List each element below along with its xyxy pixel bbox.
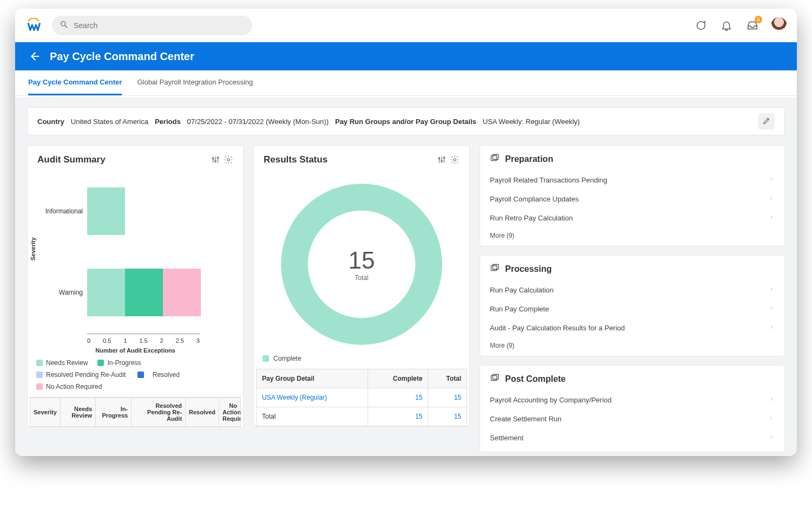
bar-seg-warning-no-action[interactable] <box>163 269 201 316</box>
th-pay-group[interactable]: Pay Group Detail <box>257 369 368 388</box>
bar-cat-informational: Informational <box>40 207 83 215</box>
th-total[interactable]: Total <box>428 369 467 388</box>
bar-seg-informational-needs-review[interactable] <box>87 187 125 235</box>
prep-link-0[interactable]: Payroll Related Transactions Pending <box>490 171 775 190</box>
right-column: Preparation Payroll Related Transactions… <box>480 145 785 456</box>
svg-rect-23 <box>493 374 499 379</box>
svg-rect-21 <box>493 264 499 269</box>
results-donut[interactable]: 15 Total <box>278 180 446 348</box>
tabs: Pay Cycle Command Center Global Payroll … <box>15 70 797 96</box>
bar-seg-warning-needs-review[interactable] <box>87 269 125 316</box>
cell-total-label: Total <box>257 407 368 426</box>
bar-cat-warning: Warning <box>40 289 83 296</box>
table-row-total: Total 15 15 <box>257 407 467 426</box>
cell-group-link[interactable]: USA Weekly (Regular) <box>257 388 368 407</box>
post-link-1[interactable]: Create Settlement Run <box>490 409 775 428</box>
back-arrow-icon[interactable] <box>28 50 40 62</box>
y-axis-label: Severity <box>30 237 36 260</box>
filter-bar: Country United States of America Periods… <box>27 107 785 135</box>
prep-link-2[interactable]: Run Retro Pay Calculation <box>490 209 775 227</box>
legend-complete[interactable]: Complete <box>273 355 301 362</box>
bell-icon[interactable] <box>719 18 734 33</box>
legend-in-progress[interactable]: In-Progress <box>97 359 141 367</box>
post-link-0[interactable]: Payroll Accounting by Company/Period <box>490 390 775 409</box>
inbox-icon[interactable]: 6 <box>745 18 760 33</box>
cell-complete[interactable]: 15 <box>368 388 428 407</box>
cell-total[interactable]: 15 <box>428 388 467 407</box>
svg-point-16 <box>454 159 456 161</box>
th-resolved-pending[interactable]: Resolved Pending Re-Audit <box>132 398 186 427</box>
cell-complete[interactable]: 15 <box>368 407 428 426</box>
legend-needs-review[interactable]: Needs Review <box>36 359 88 367</box>
results-table: Pay Group Detail Complete Total USA Week… <box>256 369 467 426</box>
chevron-right-icon <box>768 396 775 404</box>
post-complete-title: Post Complete <box>505 374 566 384</box>
sliders-icon[interactable] <box>437 155 447 165</box>
svg-point-9 <box>227 159 230 161</box>
page-title: Pay Cycle Command Center <box>50 50 194 63</box>
table-row: USA Weekly (Regular) 15 15 <box>257 388 467 407</box>
legend-swatch-complete <box>263 355 269 362</box>
chevron-right-icon <box>768 415 775 423</box>
svg-point-0 <box>61 22 66 26</box>
x-ticks: 0 0.5 1 1.5 2 2.5 3 <box>87 337 200 344</box>
post-link-2[interactable]: Settlement <box>490 428 775 447</box>
processing-title: Processing <box>505 264 552 274</box>
x-axis-label: Number of Audit Exceptions <box>28 347 243 354</box>
top-bar: 6 <box>15 9 797 42</box>
edit-filters-button[interactable] <box>758 113 775 129</box>
proc-link-2[interactable]: Audit - Pay Calculation Results for a Pe… <box>490 318 775 337</box>
tab-command-center[interactable]: Pay Cycle Command Center <box>28 70 122 95</box>
proc-link-1[interactable]: Run Pay Complete <box>490 299 775 318</box>
chevron-right-icon <box>768 286 775 294</box>
preparation-title: Preparation <box>505 154 553 164</box>
workday-logo[interactable] <box>25 17 42 34</box>
th-complete[interactable]: Complete <box>368 369 428 388</box>
prep-more[interactable]: More (9) <box>490 227 775 242</box>
sliders-icon[interactable] <box>211 155 220 165</box>
search-input[interactable] <box>74 21 245 30</box>
filter-groups-value: USA Weekly: Regular (Weekly) <box>483 118 580 126</box>
cards-icon <box>490 373 500 385</box>
prep-link-1[interactable]: Payroll Compliance Updates <box>490 190 775 209</box>
search-box[interactable] <box>52 16 252 35</box>
filter-country-value: United States of America <box>71 118 148 126</box>
proc-link-0[interactable]: Run Pay Calculation <box>490 281 775 299</box>
th-no-action[interactable]: No Action Required <box>219 398 240 427</box>
svg-rect-18 <box>491 156 497 161</box>
gear-icon[interactable] <box>224 155 233 165</box>
bar-seg-warning-in-progress[interactable] <box>125 269 163 316</box>
svg-rect-19 <box>493 154 499 159</box>
th-in-progress[interactable]: In-Progress <box>96 398 132 427</box>
tab-global-payroll[interactable]: Global Payroll Integration Processing <box>137 70 253 95</box>
cards-icon <box>490 263 500 275</box>
cell-total[interactable]: 15 <box>428 407 467 426</box>
legend-resolved-pending[interactable]: Resolved Pending Re-Audit Resolved <box>36 371 234 379</box>
chat-icon[interactable] <box>693 18 708 33</box>
proc-more[interactable]: More (9) <box>490 337 775 351</box>
post-complete-section: Post Complete Payroll Accounting by Comp… <box>480 365 785 452</box>
page-header: Pay Cycle Command Center <box>15 42 797 70</box>
results-status-title: Results Status <box>264 154 328 165</box>
results-legend: Complete <box>254 351 469 366</box>
donut-total-label: Total <box>355 274 368 282</box>
svg-line-1 <box>65 25 67 28</box>
chevron-right-icon <box>768 176 775 184</box>
processing-section: Processing Run Pay Calculation Run Pay C… <box>480 255 785 356</box>
th-severity[interactable]: Severity <box>30 398 61 427</box>
preparation-section: Preparation Payroll Related Transactions… <box>480 145 785 246</box>
search-icon <box>60 20 68 31</box>
pencil-icon <box>762 116 771 127</box>
chevron-right-icon <box>768 324 775 332</box>
gear-icon[interactable] <box>450 155 460 165</box>
filter-groups-label: Pay Run Groups and/or Pay Group Details <box>335 118 476 126</box>
th-resolved[interactable]: Resolved <box>186 398 219 427</box>
avatar[interactable] <box>771 17 787 34</box>
inbox-badge: 6 <box>755 16 762 23</box>
chevron-right-icon <box>768 434 775 442</box>
th-needs-review[interactable]: Needs Review <box>60 398 95 427</box>
filter-periods-label: Periods <box>155 118 181 126</box>
legend-no-action[interactable]: No Action Required <box>36 383 102 390</box>
audit-legend: Needs Review In-Progress Resolved Pendin… <box>28 358 243 392</box>
results-status-card: Results Status 15 <box>253 145 470 427</box>
